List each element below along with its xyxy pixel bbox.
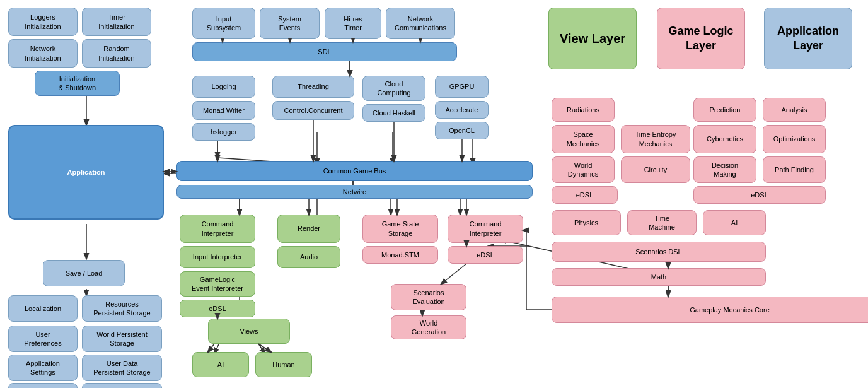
gpgpu-label: GPGPU [449,82,475,91]
gpgpu-box: GPGPU [435,76,489,98]
cloud-computing-box: Cloud Computing [362,76,425,101]
threading-box: Threading [272,76,354,98]
optimizations-box: Optimizations [763,125,826,153]
command-interpreter-game-label: Command Interpreter [470,220,502,238]
math-box: Math [552,268,766,286]
timer-init-box: Timer Initialization [82,8,151,36]
legend-game-logic-layer: Game Logic Layer [657,8,745,69]
common-game-bus-label: Common Game Bus [323,167,386,175]
cloud-computing-label: Cloud Computing [377,79,410,98]
network-init-label: Network Initialization [25,44,61,62]
audio-box: Audio [277,246,340,268]
gamelogic-event-box: GameLogic Event Interpreter [180,271,255,297]
render-box: Render [277,215,340,243]
edsl-right-box: eDSL [693,186,826,204]
architecture-diagram: View Layer Game Logic Layer Application … [0,0,868,388]
init-shutdown-box: Initialization & Shutdown [35,71,120,96]
circuity-label: Circuity [644,165,668,174]
random-init-box: Random Initialization [82,39,151,68]
input-interpreter-box: Input Interpreter [180,246,255,268]
legend-view-label: View Layer [560,30,625,47]
monad-writer-box: Monad Writer [192,101,255,120]
gameplay-core-label: Gameplay Mecanics Core [690,305,770,314]
cybernetics-box: Cybernetics [693,125,756,153]
input-subsystem-box: Input Subsystem [192,8,255,39]
network-comms-box: Network Communications [386,8,455,39]
world-gen-label: World Generation [412,319,446,337]
hslogger-label: hslogger [211,127,237,136]
svg-line-41 [258,344,271,352]
edsl-left-box: eDSL [552,186,618,204]
time-machine-label: Time Machine [649,214,675,232]
timer-init-label: Timer Initialization [98,13,134,31]
netwire-box: Netwire [176,185,533,199]
init-shutdown-label: Initialization & Shutdown [59,74,96,93]
math-label: Math [651,273,666,281]
analysis-box: Analysis [763,98,826,122]
control-concurrent-box: Control.Concurrent [272,101,354,120]
gamelogic-event-label: GameLogic Event Interpreter [192,275,243,293]
edsl-view-label: eDSL [209,304,226,313]
ai-view-box: AI [192,352,249,377]
localization-box: Localization [8,295,78,322]
hires-timer-box: Hi-res Timer [325,8,381,39]
network-init-box: Network Initialization [8,39,78,68]
cloud-haskell-box: Cloud Haskell [362,104,425,122]
command-interpreter-view-label: Command Interpreter [202,220,234,238]
opencl-box: OpenCL [435,122,489,139]
common-game-bus-box: Common Game Bus [176,161,533,181]
resource-manager-box: Resource Manager [82,383,162,388]
edsl-left-label: eDSL [576,191,594,199]
space-mechanics-box: Space Mechanics [552,125,615,153]
random-init-label: Random Initialization [98,44,134,62]
scenarios-eval-label: Scenarios Evaluation [412,288,444,307]
time-entropy-box: Time Entropy Mechanics [621,125,690,153]
ai-gameplay-label: AI [731,218,738,227]
localization-label: Localization [25,304,61,313]
audio-label: Audio [300,252,318,261]
decision-making-box: Decision Making [693,156,756,183]
resources-persistent-label: Resources Persistent Storage [93,300,151,318]
user-preferences-label: User Preferences [24,330,61,348]
ai-gameplay-box: AI [703,210,766,235]
save-load-box: Save / Load [43,260,125,286]
control-concurrent-label: Control.Concurrent [284,106,343,115]
world-dynamics-label: World Dynamics [568,161,598,179]
loggers-init-box: Loggers Initialization [8,8,78,36]
radiations-box: Radiations [552,98,615,122]
threading-label: Threading [298,82,329,91]
cybernetics-label: Cybernetics [707,134,743,143]
save-load-label: Save / Load [66,269,103,278]
prediction-box: Prediction [693,98,756,122]
analysis-label: Analysis [782,105,807,114]
views-box: Views [208,319,290,344]
application-label: Application [67,168,105,177]
logging-label: Logging [211,82,236,91]
command-interpreter-view-box: Command Interpreter [180,215,255,243]
svg-line-43 [441,264,466,284]
path-finding-box: Path Finding [763,156,826,183]
legend-app-label: Application Layer [765,24,852,54]
loggers-init-label: Loggers Initialization [25,13,61,31]
time-machine-box: Time Machine [627,210,697,235]
application-box: Application [8,125,164,220]
user-data-persistent-label: User Data Persistent Storage [93,359,151,377]
physics-label: Physics [574,218,598,227]
edsl-view-box: eDSL [180,300,255,317]
path-finding-label: Path Finding [775,165,814,174]
opencl-label: OpenCL [449,126,475,135]
monad-writer-label: Monad Writer [203,106,245,115]
human-label: Human [272,360,294,369]
app-settings-label: Application Settings [26,359,60,377]
legend-view-layer: View Layer [548,8,637,69]
system-events-box: System Events [260,8,320,39]
physics-box: Physics [552,210,621,235]
edsl-right-label: eDSL [751,191,768,199]
views-label: Views [240,327,258,336]
data-config-box: Data.ConfigFile [8,383,78,388]
world-persistent-label: World Persistent Storage [96,330,148,348]
monad-stm-label: Monad.STM [381,250,419,259]
game-state-storage-box: Game State Storage [362,215,438,243]
ai-view-label: AI [217,360,224,369]
scenarios-dsl-label: Scenarios DSL [635,247,681,256]
